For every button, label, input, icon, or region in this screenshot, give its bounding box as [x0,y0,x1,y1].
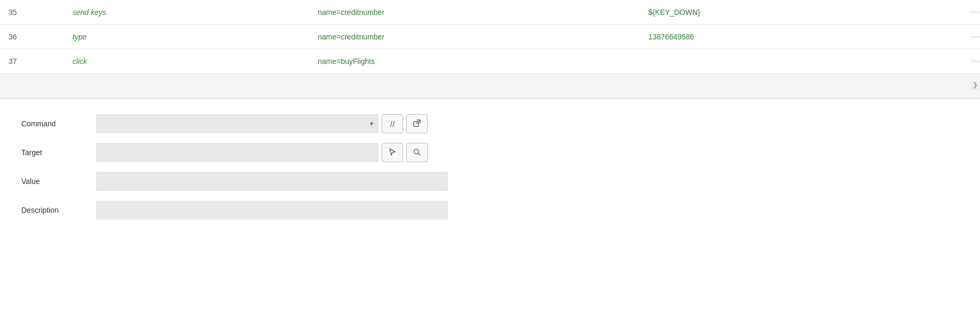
description-row: Description [0,196,980,224]
comment-button[interactable]: // [382,114,403,133]
value-input[interactable] [96,172,448,191]
select-target-button[interactable] [382,143,403,162]
row-number-36: 36 [0,33,64,41]
row-value-35: ${KEY_DOWN} [640,8,970,17]
scrollbar-spacer [970,11,980,13]
main-container: 35 send keys name=creditnumber ${KEY_DOW… [0,0,980,321]
row-command-37: click [64,57,309,66]
row-value-36: 13876649586 [640,33,970,41]
svg-line-3 [419,153,421,155]
scrollbar-spacer [970,36,980,38]
target-input-area [96,143,428,162]
row-command-35: send keys [64,8,309,17]
table-row[interactable]: 36 type name=creditnumber 13876649586 [0,25,980,49]
search-target-button[interactable] [406,143,428,162]
command-input[interactable] [96,114,379,133]
target-input[interactable] [96,143,379,162]
row-number-35: 35 [0,8,64,17]
row-target-36: name=creditnumber [309,33,640,41]
table-row-empty: ❯ [0,74,980,98]
command-dropdown-wrapper: ▾ [96,114,379,133]
search-icon [413,148,421,158]
description-input-area [96,200,448,220]
value-label: Value [21,177,96,186]
scrollbar-area: ❯ [970,81,980,91]
table-row[interactable]: 37 click name=buyFlights [0,49,980,74]
command-label: Command [21,119,96,128]
description-input[interactable] [96,200,448,220]
command-row: Command ▾ // [0,109,980,138]
command-form: Command ▾ // [0,99,980,321]
table-row[interactable]: 35 send keys name=creditnumber ${KEY_DOW… [0,0,980,25]
open-external-button[interactable] [406,114,428,133]
value-row: Value [0,167,980,196]
value-input-area [96,172,448,191]
comment-icon: // [390,119,395,129]
scrollbar-down-arrow[interactable]: ❯ [973,81,978,89]
target-row: Target [0,138,980,167]
target-label: Target [21,148,96,157]
row-target-35: name=creditnumber [309,8,640,17]
command-input-area: ▾ // [96,114,428,133]
description-label: Description [21,206,96,214]
row-number-37: 37 [0,57,64,66]
row-target-37: name=buyFlights [309,57,640,66]
scrollbar-spacer [970,60,980,62]
cursor-icon [388,148,397,158]
command-table: 35 send keys name=creditnumber ${KEY_DOW… [0,0,980,99]
row-command-36: type [64,33,309,41]
open-external-icon [413,119,421,129]
